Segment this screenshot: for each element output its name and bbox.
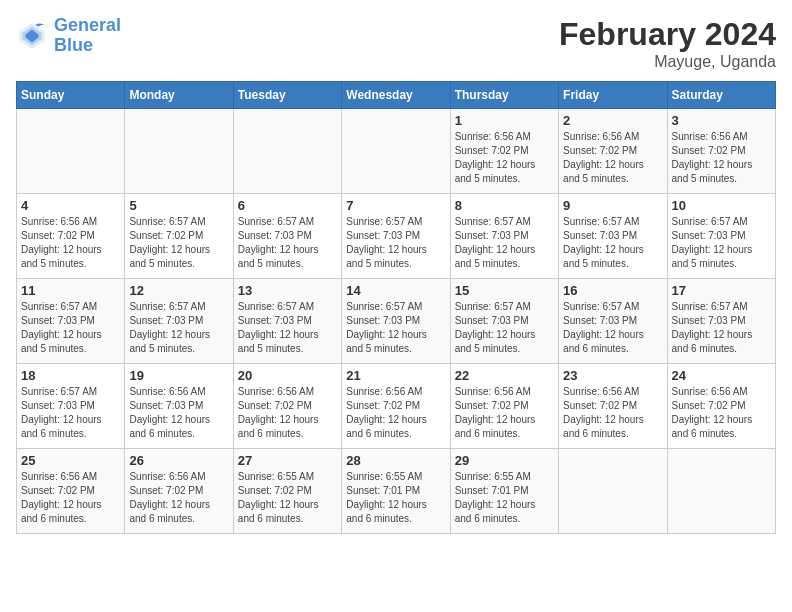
day-info: Sunrise: 6:57 AM Sunset: 7:03 PM Dayligh… xyxy=(346,300,445,356)
page-header: General Blue February 2024 Mayuge, Ugand… xyxy=(16,16,776,71)
day-info: Sunrise: 6:57 AM Sunset: 7:02 PM Dayligh… xyxy=(129,215,228,271)
day-number: 15 xyxy=(455,283,554,298)
day-info: Sunrise: 6:57 AM Sunset: 7:03 PM Dayligh… xyxy=(672,300,771,356)
day-number: 12 xyxy=(129,283,228,298)
day-number: 24 xyxy=(672,368,771,383)
day-info: Sunrise: 6:56 AM Sunset: 7:02 PM Dayligh… xyxy=(455,130,554,186)
header-cell-friday: Friday xyxy=(559,82,667,109)
day-info: Sunrise: 6:57 AM Sunset: 7:03 PM Dayligh… xyxy=(238,300,337,356)
day-cell: 13Sunrise: 6:57 AM Sunset: 7:03 PM Dayli… xyxy=(233,279,341,364)
day-info: Sunrise: 6:57 AM Sunset: 7:03 PM Dayligh… xyxy=(21,300,120,356)
day-cell: 9Sunrise: 6:57 AM Sunset: 7:03 PM Daylig… xyxy=(559,194,667,279)
day-cell: 10Sunrise: 6:57 AM Sunset: 7:03 PM Dayli… xyxy=(667,194,775,279)
day-cell: 16Sunrise: 6:57 AM Sunset: 7:03 PM Dayli… xyxy=(559,279,667,364)
day-info: Sunrise: 6:56 AM Sunset: 7:02 PM Dayligh… xyxy=(21,470,120,526)
day-cell: 18Sunrise: 6:57 AM Sunset: 7:03 PM Dayli… xyxy=(17,364,125,449)
day-number: 4 xyxy=(21,198,120,213)
header-cell-monday: Monday xyxy=(125,82,233,109)
day-cell: 24Sunrise: 6:56 AM Sunset: 7:02 PM Dayli… xyxy=(667,364,775,449)
day-number: 17 xyxy=(672,283,771,298)
day-info: Sunrise: 6:56 AM Sunset: 7:02 PM Dayligh… xyxy=(238,385,337,441)
header-cell-tuesday: Tuesday xyxy=(233,82,341,109)
day-number: 28 xyxy=(346,453,445,468)
day-info: Sunrise: 6:57 AM Sunset: 7:03 PM Dayligh… xyxy=(346,215,445,271)
day-cell: 19Sunrise: 6:56 AM Sunset: 7:03 PM Dayli… xyxy=(125,364,233,449)
day-info: Sunrise: 6:57 AM Sunset: 7:03 PM Dayligh… xyxy=(21,385,120,441)
header-cell-sunday: Sunday xyxy=(17,82,125,109)
day-cell: 15Sunrise: 6:57 AM Sunset: 7:03 PM Dayli… xyxy=(450,279,558,364)
week-row-3: 18Sunrise: 6:57 AM Sunset: 7:03 PM Dayli… xyxy=(17,364,776,449)
day-info: Sunrise: 6:57 AM Sunset: 7:03 PM Dayligh… xyxy=(455,300,554,356)
day-number: 21 xyxy=(346,368,445,383)
day-cell: 12Sunrise: 6:57 AM Sunset: 7:03 PM Dayli… xyxy=(125,279,233,364)
day-info: Sunrise: 6:57 AM Sunset: 7:03 PM Dayligh… xyxy=(129,300,228,356)
week-row-1: 4Sunrise: 6:56 AM Sunset: 7:02 PM Daylig… xyxy=(17,194,776,279)
day-info: Sunrise: 6:56 AM Sunset: 7:02 PM Dayligh… xyxy=(21,215,120,271)
day-number: 11 xyxy=(21,283,120,298)
day-cell: 2Sunrise: 6:56 AM Sunset: 7:02 PM Daylig… xyxy=(559,109,667,194)
day-cell: 4Sunrise: 6:56 AM Sunset: 7:02 PM Daylig… xyxy=(17,194,125,279)
day-number: 25 xyxy=(21,453,120,468)
day-cell: 1Sunrise: 6:56 AM Sunset: 7:02 PM Daylig… xyxy=(450,109,558,194)
day-cell: 6Sunrise: 6:57 AM Sunset: 7:03 PM Daylig… xyxy=(233,194,341,279)
day-number: 22 xyxy=(455,368,554,383)
day-cell: 8Sunrise: 6:57 AM Sunset: 7:03 PM Daylig… xyxy=(450,194,558,279)
day-cell xyxy=(233,109,341,194)
day-cell: 17Sunrise: 6:57 AM Sunset: 7:03 PM Dayli… xyxy=(667,279,775,364)
day-cell xyxy=(667,449,775,534)
week-row-2: 11Sunrise: 6:57 AM Sunset: 7:03 PM Dayli… xyxy=(17,279,776,364)
day-cell: 5Sunrise: 6:57 AM Sunset: 7:02 PM Daylig… xyxy=(125,194,233,279)
day-number: 13 xyxy=(238,283,337,298)
title-block: February 2024 Mayuge, Uganda xyxy=(559,16,776,71)
logo-line2: Blue xyxy=(54,35,93,55)
day-number: 1 xyxy=(455,113,554,128)
day-number: 16 xyxy=(563,283,662,298)
day-info: Sunrise: 6:56 AM Sunset: 7:02 PM Dayligh… xyxy=(129,470,228,526)
day-cell: 3Sunrise: 6:56 AM Sunset: 7:02 PM Daylig… xyxy=(667,109,775,194)
day-number: 23 xyxy=(563,368,662,383)
day-info: Sunrise: 6:55 AM Sunset: 7:01 PM Dayligh… xyxy=(346,470,445,526)
day-cell: 26Sunrise: 6:56 AM Sunset: 7:02 PM Dayli… xyxy=(125,449,233,534)
day-info: Sunrise: 6:56 AM Sunset: 7:02 PM Dayligh… xyxy=(672,385,771,441)
week-row-0: 1Sunrise: 6:56 AM Sunset: 7:02 PM Daylig… xyxy=(17,109,776,194)
day-cell xyxy=(559,449,667,534)
day-number: 3 xyxy=(672,113,771,128)
day-cell: 20Sunrise: 6:56 AM Sunset: 7:02 PM Dayli… xyxy=(233,364,341,449)
day-cell: 7Sunrise: 6:57 AM Sunset: 7:03 PM Daylig… xyxy=(342,194,450,279)
day-number: 8 xyxy=(455,198,554,213)
header-row: SundayMondayTuesdayWednesdayThursdayFrid… xyxy=(17,82,776,109)
day-info: Sunrise: 6:57 AM Sunset: 7:03 PM Dayligh… xyxy=(672,215,771,271)
day-number: 14 xyxy=(346,283,445,298)
logo-text: General Blue xyxy=(54,16,121,56)
day-cell xyxy=(17,109,125,194)
day-number: 19 xyxy=(129,368,228,383)
day-number: 29 xyxy=(455,453,554,468)
header-cell-saturday: Saturday xyxy=(667,82,775,109)
day-number: 6 xyxy=(238,198,337,213)
day-cell: 14Sunrise: 6:57 AM Sunset: 7:03 PM Dayli… xyxy=(342,279,450,364)
day-number: 10 xyxy=(672,198,771,213)
day-cell: 21Sunrise: 6:56 AM Sunset: 7:02 PM Dayli… xyxy=(342,364,450,449)
day-info: Sunrise: 6:56 AM Sunset: 7:02 PM Dayligh… xyxy=(563,385,662,441)
location: Mayuge, Uganda xyxy=(559,53,776,71)
week-row-4: 25Sunrise: 6:56 AM Sunset: 7:02 PM Dayli… xyxy=(17,449,776,534)
day-number: 7 xyxy=(346,198,445,213)
day-number: 2 xyxy=(563,113,662,128)
day-info: Sunrise: 6:55 AM Sunset: 7:02 PM Dayligh… xyxy=(238,470,337,526)
day-number: 9 xyxy=(563,198,662,213)
header-cell-thursday: Thursday xyxy=(450,82,558,109)
day-cell xyxy=(342,109,450,194)
day-cell: 22Sunrise: 6:56 AM Sunset: 7:02 PM Dayli… xyxy=(450,364,558,449)
day-info: Sunrise: 6:56 AM Sunset: 7:03 PM Dayligh… xyxy=(129,385,228,441)
day-info: Sunrise: 6:56 AM Sunset: 7:02 PM Dayligh… xyxy=(672,130,771,186)
day-info: Sunrise: 6:56 AM Sunset: 7:02 PM Dayligh… xyxy=(455,385,554,441)
day-number: 5 xyxy=(129,198,228,213)
day-cell: 25Sunrise: 6:56 AM Sunset: 7:02 PM Dayli… xyxy=(17,449,125,534)
day-number: 20 xyxy=(238,368,337,383)
day-cell: 23Sunrise: 6:56 AM Sunset: 7:02 PM Dayli… xyxy=(559,364,667,449)
month-title: February 2024 xyxy=(559,16,776,53)
day-info: Sunrise: 6:56 AM Sunset: 7:02 PM Dayligh… xyxy=(346,385,445,441)
day-info: Sunrise: 6:55 AM Sunset: 7:01 PM Dayligh… xyxy=(455,470,554,526)
day-number: 26 xyxy=(129,453,228,468)
logo-icon xyxy=(16,20,48,52)
